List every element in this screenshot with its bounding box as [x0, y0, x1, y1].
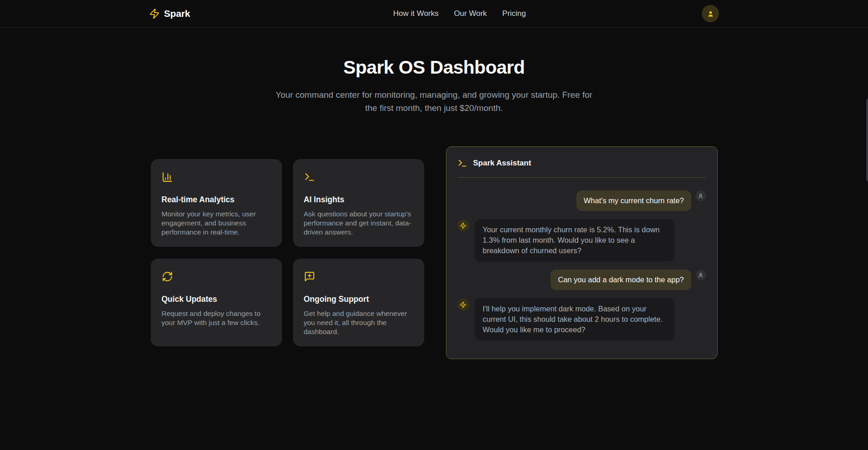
feature-title: Quick Updates [162, 295, 271, 304]
hero-section: Spark OS Dashboard Your command center f… [0, 57, 868, 115]
user-message-bubble: What's my current churn rate? [576, 190, 691, 211]
chat-message-user: Can you add a dark mode to the app? [457, 270, 706, 290]
feature-description: Get help and guidance whenever you need … [304, 309, 413, 336]
feature-description: Ask questions about your startup's perfo… [304, 210, 413, 237]
feature-title: Ongoing Support [304, 295, 413, 304]
chat-message-assistant: I'll help you implement dark mode. Based… [457, 298, 706, 340]
feature-cards-grid: Real-time Analytics Monitor your key met… [151, 159, 424, 346]
feature-card-ongoing-support: Ongoing Support Get help and guidance wh… [293, 259, 424, 346]
message-square-plus-icon [304, 271, 413, 284]
feature-card-quick-updates: Quick Updates Request and deploy changes… [151, 259, 282, 346]
user-icon [706, 10, 715, 18]
assistant-zap-icon [457, 220, 469, 231]
assistant-message-bubble: I'll help you implement dark mode. Based… [475, 298, 675, 340]
page-title: Spark OS Dashboard [0, 57, 868, 78]
terminal-icon [457, 158, 467, 168]
page-scrollbar[interactable] [866, 99, 868, 181]
chat-message-user: What's my current churn rate? [457, 190, 706, 211]
refresh-icon [162, 271, 271, 284]
nav-link-our-work[interactable]: Our Work [454, 9, 486, 18]
zap-icon [149, 8, 160, 19]
terminal-icon [304, 171, 413, 185]
nav-links: How it Works Our Work Pricing [217, 9, 702, 18]
navbar: Spark How it Works Our Work Pricing [0, 0, 868, 28]
user-avatar-button[interactable] [702, 5, 719, 22]
nav-link-how-it-works[interactable]: How it Works [393, 9, 439, 18]
brand-name: Spark [164, 8, 190, 19]
feature-card-realtime-analytics: Real-time Analytics Monitor your key met… [151, 159, 282, 247]
feature-title: AI Insights [304, 195, 413, 205]
feature-card-ai-insights: AI Insights Ask questions about your sta… [293, 159, 424, 247]
user-message-bubble: Can you add a dark mode to the app? [551, 270, 691, 290]
feature-title: Real-time Analytics [162, 195, 271, 205]
user-avatar-icon [695, 190, 706, 201]
user-avatar-icon [695, 270, 706, 280]
feature-description: Request and deploy changes to your MVP w… [162, 309, 271, 327]
brand[interactable]: Spark [149, 8, 190, 19]
feature-description: Monitor your key metrics, user engagemen… [162, 210, 271, 237]
navbar-container: Spark How it Works Our Work Pricing [149, 5, 719, 22]
assistant-message-bubble: Your current monthly churn rate is 5.2%.… [475, 219, 675, 261]
spark-assistant-panel: Spark Assistant What's my current churn … [446, 146, 718, 359]
assistant-header: Spark Assistant [446, 147, 717, 177]
hero-subtitle: Your command center for monitoring, mana… [275, 88, 593, 115]
assistant-zap-icon [457, 299, 469, 310]
chart-column-icon [162, 171, 271, 185]
nav-link-pricing[interactable]: Pricing [502, 9, 526, 18]
main-content: Real-time Analytics Monitor your key met… [0, 146, 868, 359]
assistant-messages: What's my current churn rate? Your curre… [446, 178, 717, 359]
chat-message-assistant: Your current monthly churn rate is 5.2%.… [457, 219, 706, 261]
assistant-title: Spark Assistant [473, 159, 531, 168]
